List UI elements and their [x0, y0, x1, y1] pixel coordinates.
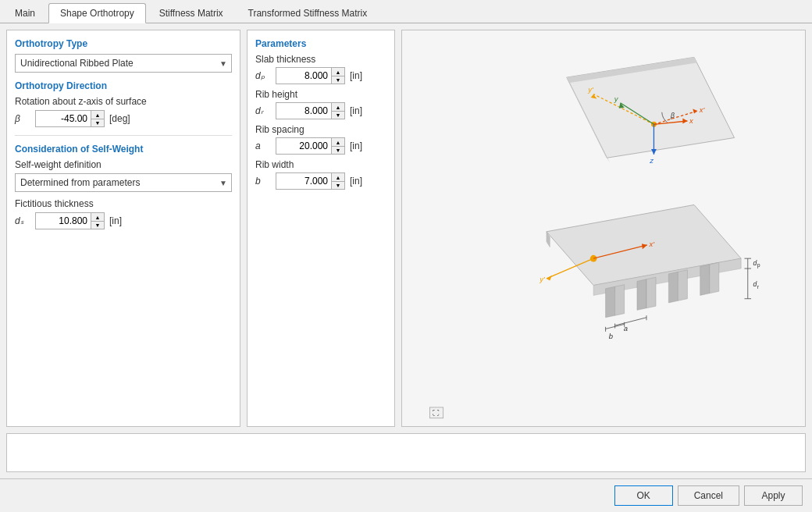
x-prime-label-top: x' — [699, 105, 706, 114]
rib-spacing-label: Rib spacing — [255, 124, 386, 135]
orthotropy-type-select[interactable]: Unidirectional Ribbed Plate — [15, 54, 232, 73]
dialog: Main Shape Orthotropy Stiffness Matrix T… — [0, 0, 812, 512]
rib-width-label: Rib width — [255, 159, 386, 170]
y-prime-label: y' — [587, 85, 594, 94]
dr-dim-label: d — [753, 280, 757, 288]
rib-height-label: Rib height — [255, 89, 386, 100]
slab-spinner: 8.000 ▲ ▼ — [276, 67, 345, 84]
beta-input[interactable]: -45.00 — [36, 112, 91, 126]
slab-unit: [in] — [350, 70, 362, 81]
self-weight-select[interactable]: Determined from parameters — [15, 173, 232, 192]
b-symbol: b — [255, 176, 271, 187]
rib-width-spinner: 7.000 ▲ ▼ — [276, 172, 345, 190]
rib-2-side — [637, 279, 646, 311]
beta-unit: [deg] — [109, 113, 130, 124]
beta-spinner-btns: ▲ ▼ — [91, 111, 104, 126]
tab-main[interactable]: Main — [3, 3, 47, 23]
cancel-button[interactable]: Cancel — [678, 485, 739, 506]
params-title: Parameters — [255, 38, 386, 49]
rib-3-side — [668, 272, 678, 303]
main-content: Orthotropy Type Unidirectional Ribbed Pl… — [0, 23, 812, 433]
left-side: Orthotropy Type Unidirectional Ribbed Pl… — [6, 30, 240, 427]
orthotropy-direction-label: Orthotropy Direction — [15, 80, 232, 91]
rib-spacing-increment-btn[interactable]: ▲ — [332, 138, 344, 146]
fictitious-increment-btn[interactable]: ▲ — [91, 213, 104, 221]
rib-width-input[interactable]: 7.000 — [276, 174, 331, 188]
self-weight-dropdown-container: Determined from parameters ▼ — [15, 173, 232, 192]
dp-subscript: p — [757, 262, 760, 268]
rib-spacing-unit: [in] — [350, 140, 362, 151]
rib-height-input[interactable]: 8.000 — [276, 104, 331, 118]
rib-height-row: dᵣ 8.000 ▲ ▼ [in] — [255, 102, 386, 119]
dp-dim-label: d — [753, 259, 757, 267]
svg-marker-0 — [567, 57, 735, 158]
rib-width-increment-btn[interactable]: ▲ — [332, 173, 344, 181]
rib-4-front — [710, 262, 719, 293]
beta-decrement-btn[interactable]: ▼ — [91, 119, 104, 126]
beta-increment-btn[interactable]: ▲ — [91, 111, 104, 119]
rib-width-decrement-btn[interactable]: ▼ — [332, 181, 344, 189]
params-panel: Parameters Slab thickness dₚ 8.000 ▲ ▼ [… — [247, 30, 395, 427]
y-prime-label-bottom: y' — [539, 275, 546, 283]
beta-symbol: β — [15, 113, 30, 124]
rib-width-unit: [in] — [350, 176, 362, 187]
fictitious-spinner-btns: ▲ ▼ — [91, 213, 104, 229]
diagram-svg: y' x' y x z — [402, 30, 805, 426]
ds-symbol: dₛ — [15, 215, 30, 226]
tab-shape-orthotropy[interactable]: Shape Orthotropy — [48, 3, 146, 23]
rib-1-front — [615, 285, 625, 316]
slab-spinner-btns: ▲ ▼ — [331, 68, 344, 84]
ok-button[interactable]: OK — [614, 485, 673, 506]
a-dim-line — [615, 318, 646, 325]
orthotropy-type-label: Orthotropy Type — [15, 38, 232, 49]
fictitious-spinner: 10.800 ▲ ▼ — [35, 212, 105, 229]
rib-1-side — [606, 286, 615, 318]
dr-symbol: dᵣ — [255, 105, 271, 116]
rib-spacing-input[interactable]: 20.000 — [276, 139, 331, 153]
rib-spacing-spinner-btns: ▲ ▼ — [331, 138, 344, 154]
left-box: Orthotropy Type Unidirectional Ribbed Pl… — [6, 30, 240, 427]
rib-height-decrement-btn[interactable]: ▼ — [332, 111, 344, 119]
bottom-plate-group: y' x' d p d r — [539, 204, 760, 340]
fictitious-decrement-btn[interactable]: ▼ — [91, 221, 104, 229]
b-dim-label: b — [609, 332, 613, 340]
divider-1 — [15, 135, 232, 136]
diagram-area: y' x' y x z — [401, 30, 806, 427]
tab-transformed-stiffness[interactable]: Transformed Stiffness Matrix — [237, 3, 379, 23]
rib-spacing-spinner: 20.000 ▲ ▼ — [276, 137, 345, 155]
rib-height-spinner-btns: ▲ ▼ — [331, 103, 344, 119]
fictitious-input[interactable]: 10.800 — [36, 214, 91, 228]
x-prime-label-bottom: x' — [648, 240, 655, 248]
orthotropy-type-dropdown-container: Unidirectional Ribbed Plate ▼ — [15, 54, 232, 73]
self-weight-def-label: Self-weight definition — [15, 159, 232, 170]
slab-input[interactable]: 8.000 — [276, 69, 331, 83]
rib-height-spinner: 8.000 ▲ ▼ — [276, 102, 345, 119]
rib-height-increment-btn[interactable]: ▲ — [332, 103, 344, 111]
rib-spacing-decrement-btn[interactable]: ▼ — [332, 146, 344, 154]
apply-button[interactable]: Apply — [744, 485, 803, 506]
slab-thickness-row: dₚ 8.000 ▲ ▼ [in] — [255, 67, 386, 84]
beta-spinner: -45.00 ▲ ▼ — [35, 110, 105, 127]
slab-decrement-btn[interactable]: ▼ — [332, 76, 344, 84]
rib-4-side — [700, 265, 710, 296]
slab-increment-btn[interactable]: ▲ — [332, 68, 344, 76]
fictitious-field-row: dₛ 10.800 ▲ ▼ [in] — [15, 212, 232, 229]
rib-width-row: b 7.000 ▲ ▼ [in] — [255, 172, 386, 190]
expand-icon[interactable]: ⛶ — [433, 409, 440, 417]
rib-2-front — [646, 277, 656, 308]
tab-bar: Main Shape Orthotropy Stiffness Matrix T… — [0, 0, 812, 23]
self-weight-label: Consideration of Self-Weight — [15, 144, 232, 155]
beta-field-row: β -45.00 ▲ ▼ [deg] — [15, 110, 232, 127]
rib-height-unit: [in] — [350, 105, 362, 116]
beta-label: β — [670, 112, 675, 119]
bottom-panel — [6, 433, 806, 472]
rib-3-front — [678, 270, 687, 301]
z-axis-arrowhead-top — [651, 149, 657, 155]
tab-stiffness-matrix[interactable]: Stiffness Matrix — [148, 3, 235, 23]
z-label-top: z — [649, 156, 654, 165]
a-symbol: a — [255, 140, 271, 151]
slab-thickness-label: Slab thickness — [255, 54, 386, 65]
fictitious-unit: [in] — [109, 215, 122, 226]
dp-symbol: dₚ — [255, 70, 271, 81]
top-plate-group: y' x' y x z — [567, 57, 735, 165]
